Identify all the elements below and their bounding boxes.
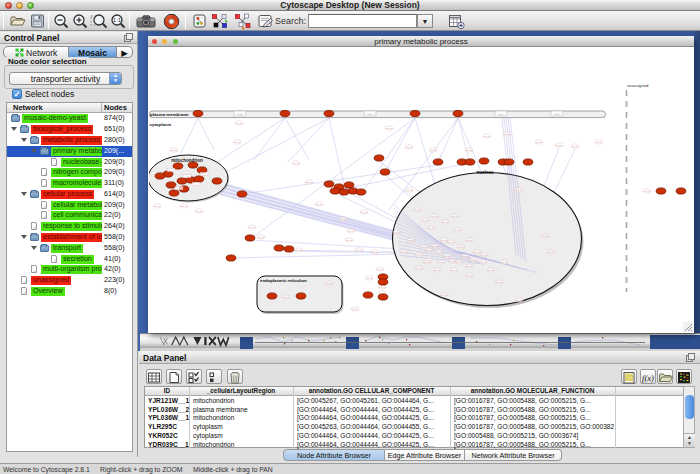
svg-text:GO:nn: GO:nn — [282, 296, 290, 299]
svg-text:GO:nn: GO:nn — [465, 265, 473, 268]
svg-text:GO:nn: GO:nn — [483, 135, 491, 138]
svg-text:GO:nn: GO:nn — [555, 144, 563, 147]
svg-text:GO:nn: GO:nn — [431, 215, 439, 218]
svg-text:GO:nn: GO:nn — [421, 219, 429, 222]
svg-text:f(x): f(x) — [642, 373, 654, 383]
svg-text:GO:nn: GO:nn — [547, 251, 555, 254]
svg-text:cytoplasm: cytoplasm — [150, 122, 172, 127]
svg-text:p-m: p-m — [555, 113, 559, 116]
svg-text:GO:nn: GO:nn — [351, 308, 359, 311]
svg-text:GO:nn: GO:nn — [429, 149, 437, 152]
svg-text:GO:nn: GO:nn — [233, 141, 241, 144]
svg-text:GO:nn: GO:nn — [347, 230, 355, 233]
svg-text:GO:nn: GO:nn — [437, 261, 445, 264]
svg-text:p-m: p-m — [238, 113, 242, 116]
svg-text:GO:nn: GO:nn — [295, 249, 303, 252]
svg-text:GO:nn: GO:nn — [257, 236, 265, 239]
svg-text:GO:nn: GO:nn — [457, 246, 465, 249]
svg-text:GO:nn: GO:nn — [431, 245, 439, 248]
svg-text:GO:nn: GO:nn — [153, 205, 161, 208]
svg-text:GO:nn: GO:nn — [535, 141, 543, 144]
svg-text:GO:nn: GO:nn — [515, 299, 523, 302]
svg-text:GO:nn: GO:nn — [365, 277, 373, 280]
svg-text:GO:nn: GO:nn — [440, 294, 448, 297]
svg-text:GO:nn: GO:nn — [170, 149, 178, 152]
svg-text:GO:nn: GO:nn — [339, 218, 347, 221]
svg-text:endoplasmic reticulum: endoplasmic reticulum — [260, 278, 307, 283]
svg-text:GO:nn: GO:nn — [571, 145, 579, 148]
svg-text:GO:nn: GO:nn — [235, 122, 243, 125]
svg-text:unassigned: unassigned — [627, 83, 649, 88]
svg-text:GO:nn: GO:nn — [407, 239, 415, 242]
svg-text:GO:nn: GO:nn — [415, 267, 423, 270]
svg-text:GO:nn: GO:nn — [541, 235, 549, 238]
svg-text:GO:nn: GO:nn — [360, 211, 368, 214]
svg-text:GO:nn: GO:nn — [465, 239, 473, 242]
svg-text:GO:nn: GO:nn — [465, 274, 473, 277]
svg-text:GO:nn: GO:nn — [325, 282, 333, 285]
svg-text:GO:nn: GO:nn — [465, 149, 473, 152]
svg-text:GO:nn: GO:nn — [447, 241, 455, 244]
svg-text:GO:nn: GO:nn — [455, 261, 463, 264]
svg-text:GO:nn: GO:nn — [292, 162, 300, 165]
svg-text:GO:nn: GO:nn — [345, 239, 353, 242]
svg-text:GO:nn: GO:nn — [195, 210, 203, 213]
svg-text:GO:nn: GO:nn — [487, 269, 495, 272]
svg-text:GO:nn: GO:nn — [248, 226, 256, 229]
svg-text:plasma membrane: plasma membrane — [150, 112, 189, 117]
svg-text:GO:nn: GO:nn — [425, 249, 433, 252]
svg-text:GO:nn: GO:nn — [423, 261, 431, 264]
svg-text:GO:nn: GO:nn — [479, 261, 487, 264]
svg-text:GO:nn: GO:nn — [495, 281, 503, 284]
svg-text:GO:nn: GO:nn — [315, 203, 323, 206]
svg-text:GO:nn: GO:nn — [393, 231, 401, 234]
svg-text:GO:nn: GO:nn — [443, 255, 451, 258]
svg-text:GO:nn: GO:nn — [500, 261, 508, 264]
svg-text:GO:nn: GO:nn — [480, 254, 488, 257]
svg-text:GO:nn: GO:nn — [515, 189, 523, 192]
svg-text:GO:nn: GO:nn — [305, 181, 313, 184]
svg-text:GO:nn: GO:nn — [376, 268, 384, 271]
svg-text:GO:nn: GO:nn — [450, 269, 458, 272]
svg-text:GO:nn: GO:nn — [427, 227, 435, 230]
svg-text:GO:nn: GO:nn — [415, 254, 423, 257]
svg-text:GO:nn: GO:nn — [441, 221, 449, 224]
svg-text:mitochondrion: mitochondrion — [171, 158, 203, 163]
svg-text:p-m: p-m — [368, 113, 372, 116]
svg-text:1:1: 1:1 — [113, 17, 122, 23]
svg-text:GO:nn: GO:nn — [503, 133, 511, 136]
svg-text:GO:nn: GO:nn — [451, 215, 459, 218]
svg-text:nucleus: nucleus — [476, 170, 494, 175]
svg-text:GO:nn: GO:nn — [469, 259, 477, 262]
svg-text:GO:nn: GO:nn — [643, 190, 651, 193]
svg-text:GO:nn: GO:nn — [461, 255, 469, 258]
svg-text:p-m: p-m — [499, 113, 503, 116]
svg-text:GO:nn: GO:nn — [355, 249, 363, 252]
svg-text:GO:nn: GO:nn — [405, 146, 413, 149]
svg-text:GO:nn: GO:nn — [405, 189, 413, 192]
svg-text:GO:nn: GO:nn — [435, 251, 443, 254]
svg-text:GO:nn: GO:nn — [400, 251, 408, 254]
svg-text:GO:nn: GO:nn — [371, 251, 379, 254]
svg-text:GO:nn: GO:nn — [595, 141, 603, 144]
svg-text:GO:nn: GO:nn — [453, 229, 461, 232]
svg-text:GO:nn: GO:nn — [378, 286, 386, 289]
svg-text:GO:nn: GO:nn — [413, 209, 421, 212]
svg-text:GO:nn: GO:nn — [433, 269, 441, 272]
svg-text:GO:nn: GO:nn — [385, 127, 393, 130]
svg-text:GO:nn: GO:nn — [180, 205, 188, 208]
